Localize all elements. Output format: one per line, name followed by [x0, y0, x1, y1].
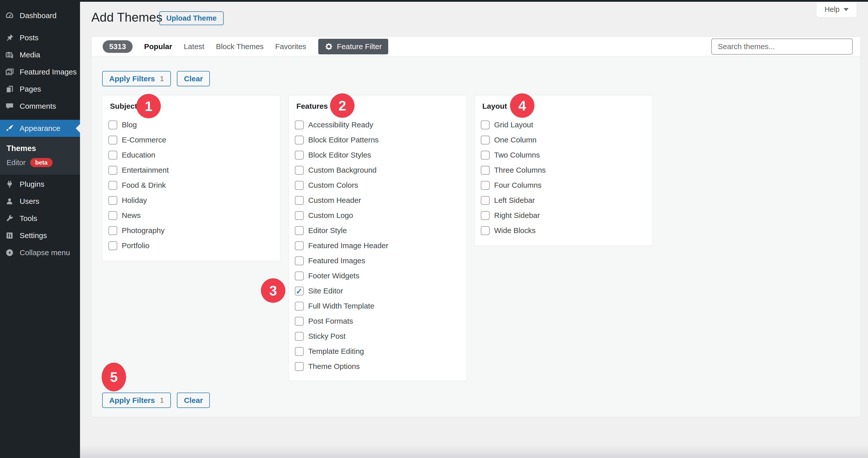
tab-favorites[interactable]: Favorites [275, 42, 306, 51]
sidebar-item-media[interactable]: Media [0, 46, 80, 63]
sidebar-item-pages[interactable]: Pages [0, 81, 80, 98]
sidebar-item-settings[interactable]: Settings [0, 227, 80, 244]
filter-option-four-columns[interactable]: Four Columns [481, 178, 653, 193]
filter-option-template-editing[interactable]: Template Editing [295, 344, 467, 359]
sidebar-item-dashboard[interactable]: Dashboard [0, 7, 80, 24]
checkbox[interactable] [481, 151, 490, 159]
checkbox[interactable] [295, 347, 304, 356]
tab-popular[interactable]: Popular [144, 42, 172, 51]
search-input[interactable] [711, 38, 852, 55]
checkbox[interactable] [108, 166, 117, 175]
filter-option-ecommerce[interactable]: E-Commerce [108, 132, 280, 148]
checkbox[interactable] [295, 302, 304, 310]
sidebar-item-featured-images[interactable]: Featured Images [0, 63, 80, 81]
filter-option-sticky-post[interactable]: Sticky Post [295, 329, 467, 344]
filter-option-theme-options[interactable]: Theme Options [295, 359, 467, 374]
sidebar-item-posts[interactable]: Posts [0, 29, 80, 46]
filter-option-post-formats[interactable]: Post Formats [295, 313, 467, 329]
checkbox[interactable] [295, 256, 304, 265]
submenu-item-themes[interactable]: Themes [6, 143, 80, 154]
checkbox[interactable] [295, 181, 304, 190]
checkbox[interactable] [108, 226, 117, 235]
filter-option-footer-widgets[interactable]: Footer Widgets [295, 268, 467, 283]
filter-option-custom-background[interactable]: Custom Background [295, 162, 467, 178]
filter-option-block-editor-patterns[interactable]: Block Editor Patterns [295, 132, 467, 148]
checkbox[interactable] [108, 121, 117, 129]
filter-option-one-column[interactable]: One Column [481, 132, 653, 148]
tab-latest[interactable]: Latest [184, 42, 204, 51]
checkbox[interactable] [481, 135, 490, 145]
menu-spacer [0, 115, 80, 120]
sidebar-item-label: Posts [20, 33, 38, 42]
collapse-menu-button[interactable]: Collapse menu [0, 244, 80, 261]
checkbox[interactable] [108, 196, 117, 205]
filter-option-custom-colors[interactable]: Custom Colors [295, 178, 467, 193]
sidebar-item-plugins[interactable]: Plugins [0, 176, 80, 193]
filter-option-two-columns[interactable]: Two Columns [481, 148, 653, 162]
filter-option-portfolio[interactable]: Portfolio [108, 238, 280, 253]
checkbox[interactable] [481, 121, 490, 129]
checkbox[interactable] [108, 135, 117, 145]
filter-option-photography[interactable]: Photography [108, 223, 280, 238]
filter-option-featured-images[interactable]: Featured Images [295, 253, 467, 268]
clear-filters-button-top[interactable]: Clear [177, 71, 210, 86]
checkbox[interactable] [481, 196, 490, 205]
filter-option-custom-logo[interactable]: Custom Logo [295, 208, 467, 223]
filter-option-news[interactable]: News [108, 208, 280, 223]
filter-option-accessibility-ready[interactable]: Accessibility Ready [295, 117, 467, 132]
sidebar-item-appearance[interactable]: Appearance [0, 120, 80, 137]
checkbox[interactable] [295, 211, 304, 220]
checkbox[interactable] [295, 317, 304, 326]
filter-option-holiday[interactable]: Holiday [108, 193, 280, 208]
checkbox[interactable] [108, 181, 117, 190]
filter-option-right-sidebar[interactable]: Right Sidebar [481, 208, 653, 223]
filter-option-education[interactable]: Education [108, 148, 280, 162]
filter-option-custom-header[interactable]: Custom Header [295, 193, 467, 208]
filter-group-subject: Subject Blog E-Commerce Education Entert… [102, 95, 280, 261]
checkbox[interactable] [481, 181, 490, 190]
checkbox[interactable] [295, 226, 304, 235]
apply-filters-button-top[interactable]: Apply Filters 1 [102, 71, 171, 86]
filter-option-wide-blocks[interactable]: Wide Blocks [481, 223, 653, 238]
checkbox[interactable] [481, 226, 490, 235]
filter-option-site-editor[interactable]: Site Editor [295, 283, 467, 299]
featured-images-icon [5, 67, 14, 77]
checkbox[interactable] [295, 272, 304, 280]
filter-option-featured-image-header[interactable]: Featured Image Header [295, 238, 467, 253]
checkbox[interactable] [481, 166, 490, 175]
checkbox[interactable] [295, 241, 304, 250]
theme-count-badge: 5313 [103, 40, 132, 53]
checkbox[interactable] [108, 151, 117, 159]
checkbox[interactable] [295, 332, 304, 341]
feature-filter-button[interactable]: Feature Filter [318, 39, 388, 54]
sidebar-item-tools[interactable]: Tools [0, 210, 80, 227]
checkbox[interactable] [295, 196, 304, 205]
checkbox[interactable] [481, 211, 490, 220]
filter-option-editor-style[interactable]: Editor Style [295, 223, 467, 238]
filter-option-three-columns[interactable]: Three Columns [481, 162, 653, 178]
checkbox[interactable] [295, 362, 304, 371]
filter-option-entertainment[interactable]: Entertainment [108, 162, 280, 178]
checkbox[interactable] [108, 241, 117, 250]
filter-option-blog[interactable]: Blog [108, 117, 280, 132]
checkbox[interactable] [295, 166, 304, 175]
tab-block-themes[interactable]: Block Themes [216, 42, 264, 51]
help-dropdown[interactable]: Help [816, 2, 857, 18]
filter-option-block-editor-styles[interactable]: Block Editor Styles [295, 148, 467, 162]
apply-filters-button-bottom[interactable]: Apply Filters 1 [102, 393, 171, 408]
checkbox[interactable] [295, 151, 304, 159]
sidebar-item-users[interactable]: Users [0, 193, 80, 210]
upload-theme-button[interactable]: Upload Theme [159, 11, 224, 25]
checkbox[interactable] [295, 135, 304, 145]
filter-option-left-sidebar[interactable]: Left Sidebar [481, 193, 653, 208]
filter-option-grid-layout[interactable]: Grid Layout [481, 117, 653, 132]
step-marker-5: 5 [102, 363, 126, 391]
submenu-item-editor[interactable]: Editor beta [6, 156, 80, 169]
sidebar-item-comments[interactable]: Comments [0, 98, 80, 115]
checkbox[interactable] [108, 211, 117, 220]
filter-option-food-drink[interactable]: Food & Drink [108, 178, 280, 193]
checkbox[interactable] [295, 121, 304, 129]
checkbox[interactable] [295, 286, 304, 296]
filter-option-full-width-template[interactable]: Full Width Template [295, 299, 467, 313]
clear-filters-button-bottom[interactable]: Clear [177, 393, 210, 408]
